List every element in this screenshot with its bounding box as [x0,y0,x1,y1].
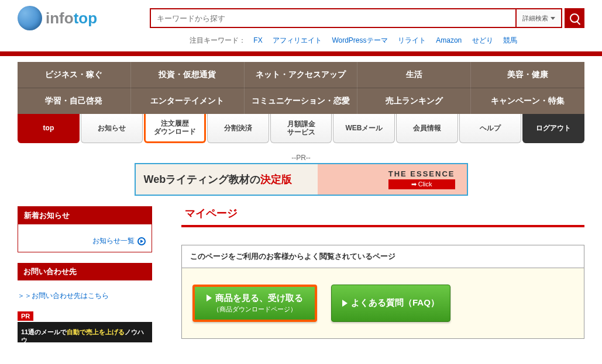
tab-monthly-l2: サービス [287,128,315,136]
cat-ranking[interactable]: 売上ランキング [357,88,471,114]
keyword-link[interactable]: 競馬 [503,36,517,44]
cat-comm[interactable]: コミュニケーション・恋愛 [245,88,358,114]
panel-head: このページをご利用のお客様からよく閲覧されているページ [182,245,584,268]
tab-top[interactable]: top [18,114,80,143]
triangle-icon [342,300,348,307]
btn1-line2: （商品ダウンロードページ） [213,305,297,314]
cat-life[interactable]: 生活 [357,62,471,88]
advanced-search-dropdown[interactable]: 詳細検索 [517,8,562,28]
red-bar [0,51,602,56]
tab-download-l2: ダウンロード [154,127,196,136]
tab-help[interactable]: ヘルプ [459,114,521,143]
tab-member[interactable]: 会員情報 [396,114,458,143]
keyword-link[interactable]: WordPressテーマ [332,36,387,44]
banner-cta: THE ESSENCE ➡ Click [388,169,455,189]
logo[interactable]: infotop [18,6,97,30]
logo-icon [18,6,42,30]
search-icon [570,13,579,23]
keywords-label: 注目キーワード： [190,36,246,44]
banner-click: ➡ Click [388,179,455,189]
btn2-label: よくある質問（FAQ） [351,297,439,308]
category-nav: ビジネス・稼ぐ 投資・仮想通貨 ネット・アクセスアップ 生活 美容・健康 学習・… [18,62,584,114]
faq-button[interactable]: よくある質問（FAQ） [331,285,450,322]
pr-badge: PR [18,311,33,321]
contact-link[interactable]: ＞＞お問い合わせ先はこちら [18,291,152,301]
cat-invest[interactable]: 投資・仮想通貨 [131,62,245,88]
arrow-circle-icon [137,237,146,245]
banner-essence: THE ESSENCE [388,169,455,178]
banner-text: Webライティング教材の決定版 [144,172,293,186]
news-list-link[interactable]: お知らせ一覧 [92,237,146,245]
download-page-button[interactable]: 商品を見る、受け取る （商品ダウンロードページ） [192,285,317,322]
tab-download[interactable]: 注文履歴ダウンロード [144,114,206,143]
triangle-icon [207,294,212,301]
keyword-link[interactable]: アフィリエイト [273,36,322,44]
pr-label: --PR-- [0,154,602,162]
tab-news[interactable]: お知らせ [81,114,143,143]
tab-monthly-l1: 月額課金 [287,120,315,128]
search-button[interactable] [565,8,584,28]
tab-split[interactable]: 分割決済 [207,114,269,143]
tab-monthly[interactable]: 月額課金サービス [270,114,332,143]
logo-text: infotop [46,9,97,27]
tab-webmail[interactable]: WEBメール [333,114,395,143]
keyword-link[interactable]: FX [253,36,262,44]
news-head: 新着お知らせ [18,207,152,224]
pr-side-banner[interactable]: 11通のメールで自動で売上を上げるノウハウ [18,322,152,342]
cat-campaign[interactable]: キャンペーン・特集 [471,88,584,114]
tab-download-l1: 注文履歴 [161,119,189,127]
keyword-link[interactable]: Amazon [436,36,462,44]
tab-bar: top お知らせ 注文履歴ダウンロード 分割決済 月額課金サービス WEBメール… [18,114,584,143]
keyword-link[interactable]: せどり [472,36,493,44]
main-area: マイページ このページをご利用のお客様からよく閲覧されているページ 商品を見る、… [181,206,584,342]
page-title: マイページ [181,206,584,227]
tab-logout[interactable]: ログアウト [522,114,584,143]
pr-banner[interactable]: Webライティング教材の決定版 THE ESSENCE ➡ Click [135,163,468,196]
cat-net[interactable]: ネット・アクセスアップ [245,62,358,88]
cat-beauty[interactable]: 美容・健康 [471,62,584,88]
popular-panel: このページをご利用のお客様からよく閲覧されているページ 商品を見る、受け取る （… [181,245,584,339]
contact-box: お問い合わせ先 [18,263,152,280]
contact-head: お問い合わせ先 [18,263,152,280]
keyword-link[interactable]: リライト [398,36,426,44]
cat-entertain[interactable]: エンターテイメント [131,88,245,114]
sidebar: 新着お知らせ お知らせ一覧 お問い合わせ先 ＞＞お問い合わせ先はこちら PR 1… [18,206,152,342]
btn1-line1: 商品を見る、受け取る [215,293,303,304]
cat-study[interactable]: 学習・自己啓発 [18,88,131,114]
search-input[interactable] [150,8,517,28]
news-box: 新着お知らせ お知らせ一覧 [18,206,152,252]
cat-business[interactable]: ビジネス・稼ぐ [18,62,131,88]
